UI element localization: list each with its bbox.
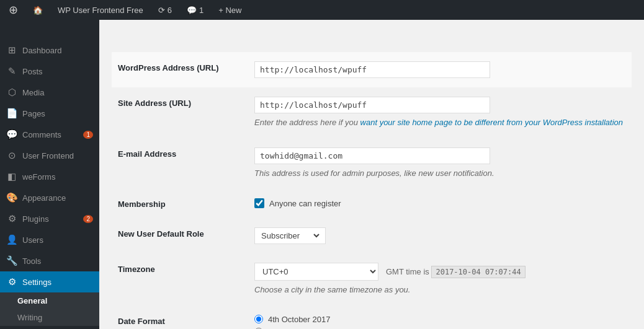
site-address-link[interactable]: want your site home page to be different… [360, 118, 623, 127]
date-format-field: 4th October 2017 2017-10-04 10/04/2017 [248, 305, 632, 330]
posts-icon: ✎ [6, 66, 17, 77]
email-desc: This address is used for admin purposes,… [254, 167, 625, 180]
updates-icon: ⟳ [158, 6, 165, 15]
settings-submenu: General Writing [0, 292, 99, 326]
media-icon: ⬡ [6, 87, 17, 98]
membership-row: Membership Anyone can register [112, 188, 632, 218]
admin-bar: ⊕ 🏠 WP User Frontend Free ⟳ 6 💬 1 + New [0, 0, 644, 20]
site-name-label: WP User Frontend Free [58, 6, 143, 15]
sidebar-label-tools: Tools [22, 257, 41, 266]
wp-address-input[interactable] [254, 61, 490, 78]
gmt-label: GMT time is [386, 267, 429, 276]
sidebar-item-appearance[interactable]: 🎨 Appearance [0, 187, 99, 208]
sidebar-item-media[interactable]: ⬡ Media [0, 82, 99, 103]
membership-field: Anyone can register [248, 188, 632, 218]
sidebar-item-dashboard[interactable]: ⊞ Dashboard [0, 40, 99, 61]
sidebar-item-plugins[interactable]: ⚙ Plugins 2 [0, 208, 99, 229]
plugins-icon: ⚙ [6, 213, 17, 224]
timezone-field: UTC+0 UTC+1 UTC+2 UTC-5 UTC-8 GMT time i… [248, 253, 632, 305]
sidebar-item-comments[interactable]: 💬 Comments 1 [0, 124, 99, 145]
sidebar-item-weforms[interactable]: ◧ weForms [0, 166, 99, 187]
sidebar-label-posts: Posts [22, 67, 43, 76]
weforms-icon: ◧ [6, 171, 17, 182]
appearance-icon: 🎨 [6, 192, 17, 203]
plugins-badge: 2 [83, 215, 93, 223]
sidebar-label-settings: Settings [22, 278, 51, 287]
sidebar-label-pages: Pages [22, 109, 45, 118]
home-icon: 🏠 [33, 6, 43, 15]
users-icon: 👤 [6, 234, 17, 245]
home-icon-button[interactable]: 🏠 [29, 0, 47, 20]
membership-checkbox-row: Anyone can register [254, 198, 625, 208]
email-input[interactable] [254, 147, 490, 164]
main-content: WordPress Address (URL) Site Address (UR… [99, 20, 644, 329]
date-label-1: 4th October 2017 [268, 315, 330, 324]
sidebar-item-pages[interactable]: 📄 Pages [0, 103, 99, 124]
default-role-row: New User Default Role Subscriber Editor … [112, 218, 632, 253]
comments-button[interactable]: 💬 1 [183, 0, 207, 20]
wp-address-label: WordPress Address (URL) [112, 52, 248, 87]
sidebar-label-media: Media [22, 88, 44, 97]
default-role-field: Subscriber Editor Author Contributor Adm… [248, 218, 632, 253]
default-role-select[interactable]: Subscriber Editor Author Contributor Adm… [259, 230, 321, 241]
comments-icon: 💬 [187, 6, 197, 15]
membership-checkbox-label: Anyone can register [269, 199, 341, 208]
timezone-label: Timezone [112, 253, 248, 305]
settings-icon: ⚙ [6, 276, 17, 287]
sidebar-item-user-frontend[interactable]: ⊙ User Frontend [0, 145, 99, 166]
sidebar-label-plugins: Plugins [22, 214, 49, 224]
timezone-row: Timezone UTC+0 UTC+1 UTC+2 UTC-5 UTC-8 [112, 253, 632, 305]
sidebar-label-user-frontend: User Frontend [22, 151, 74, 160]
updates-count: 6 [168, 6, 172, 15]
sidebar-label-comments: Comments [22, 130, 61, 139]
settings-form: WordPress Address (URL) Site Address (UR… [112, 52, 632, 329]
date-format-label: Date Format [112, 305, 248, 330]
comments-count: 1 [199, 6, 203, 15]
sidebar-item-writing[interactable]: Writing [0, 309, 99, 326]
site-name-button[interactable]: WP User Frontend Free [54, 0, 147, 20]
date-radio-1[interactable] [254, 315, 263, 323]
timezone-select[interactable]: UTC+0 UTC+1 UTC+2 UTC-5 UTC-8 [254, 263, 378, 281]
sidebar-item-posts[interactable]: ✎ Posts [0, 61, 99, 82]
sidebar-label-weforms: weForms [22, 172, 55, 182]
timezone-desc: Choose a city in the same timezone as yo… [254, 284, 625, 296]
timezone-input-row: UTC+0 UTC+1 UTC+2 UTC-5 UTC-8 GMT time i… [254, 263, 625, 281]
wp-address-field [248, 52, 632, 87]
site-address-desc: Enter the address here if you want your … [254, 116, 625, 129]
membership-checkbox[interactable] [254, 198, 264, 208]
default-role-select-wrap: Subscriber Editor Author Contributor Adm… [254, 227, 326, 244]
membership-label: Membership [112, 188, 248, 218]
gmt-value: 2017-10-04 07:07:44 [431, 266, 525, 278]
sidebar-item-tools[interactable]: 🔧 Tools [0, 250, 99, 271]
email-field: This address is used for admin purposes,… [248, 138, 632, 189]
comments-badge: 1 [83, 131, 93, 139]
sidebar-item-settings[interactable]: ⚙ Settings [0, 271, 99, 292]
sidebar-label-writing: Writing [17, 313, 42, 322]
sidebar-label-users: Users [22, 235, 43, 245]
email-label: E-mail Address [112, 138, 248, 189]
date-option-1: 4th October 2017 [254, 315, 625, 324]
gmt-info: GMT time is 2017-10-04 07:07:44 [386, 267, 525, 276]
date-format-row: Date Format 4th October 2017 2017-10-04 [112, 305, 632, 330]
default-role-label: New User Default Role [112, 218, 248, 253]
sidebar-label-general: General [17, 296, 47, 305]
new-content-button[interactable]: + New [215, 0, 245, 20]
sidebar-item-general[interactable]: General [0, 292, 99, 309]
sidebar-label-dashboard: Dashboard [22, 46, 62, 55]
user-frontend-icon: ⊙ [6, 150, 17, 161]
comments-nav-icon: 💬 [6, 129, 17, 140]
site-address-field: Enter the address here if you want your … [248, 87, 632, 138]
sidebar: ⊞ Dashboard ✎ Posts ⬡ Media 📄 Pages 💬 Co… [0, 20, 99, 329]
email-row: E-mail Address This address is used for … [112, 138, 632, 189]
sidebar-item-users[interactable]: 👤 Users [0, 229, 99, 250]
wp-logo-button[interactable]: ⊕ [5, 0, 22, 20]
updates-button[interactable]: ⟳ 6 [154, 0, 176, 20]
site-address-row: Site Address (URL) Enter the address her… [112, 87, 632, 138]
site-address-input[interactable] [254, 97, 490, 113]
sidebar-label-appearance: Appearance [22, 193, 66, 203]
site-address-label: Site Address (URL) [112, 87, 248, 138]
pages-icon: 📄 [6, 108, 17, 119]
wp-address-row: WordPress Address (URL) [112, 52, 632, 87]
wp-logo-icon: ⊕ [9, 3, 18, 17]
new-label: + New [218, 6, 241, 15]
